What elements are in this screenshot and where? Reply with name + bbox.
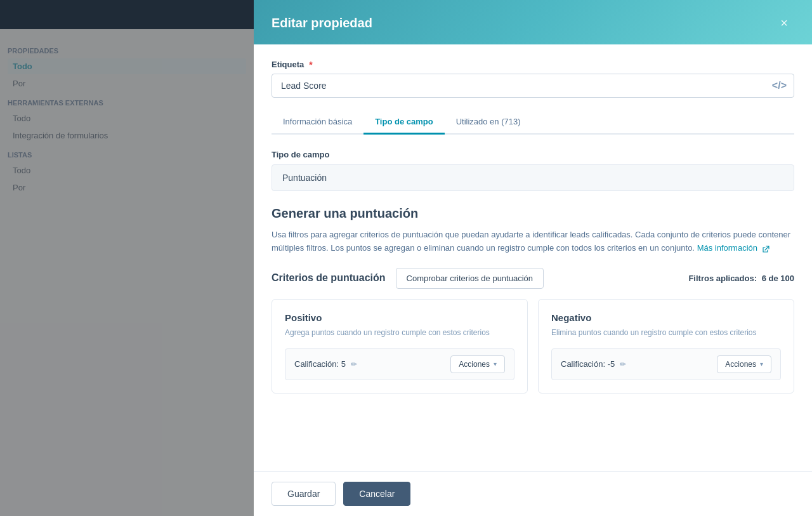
tabs-row: Información básica Tipo de campo Utiliza… <box>272 110 794 135</box>
negative-column: Negativo Elimina puntos cuando un regist… <box>538 299 794 394</box>
label-input-wrapper: </> <box>272 74 794 98</box>
tab-utilizado-en[interactable]: Utilizado en (713) <box>445 110 532 135</box>
criteria-header: Criterios de puntuación Comprobar criter… <box>272 268 794 289</box>
positive-title: Positivo <box>285 312 514 323</box>
check-criteria-button[interactable]: Comprobar criterios de puntuación <box>396 268 544 289</box>
modal-panel: Editar propiedad × Etiqueta * </> Inform… <box>254 0 812 516</box>
negative-edit-pencil-icon[interactable]: ✏ <box>620 360 626 369</box>
tab-informacion-basica[interactable]: Información básica <box>272 110 363 135</box>
negative-description: Elimina puntos cuando un registro cumple… <box>551 327 781 338</box>
positive-calificacion-label: Calificación: 5 ✏ <box>294 359 357 369</box>
positive-column: Positivo Agrega puntos cuando un registr… <box>272 299 528 394</box>
field-type-display: Puntuación <box>272 164 794 191</box>
negative-dropdown-arrow-icon: ▾ <box>760 361 763 367</box>
negative-calificacion-label: Calificación: -5 ✏ <box>561 359 626 369</box>
positive-edit-pencil-icon[interactable]: ✏ <box>351 360 357 369</box>
required-star: * <box>309 60 312 70</box>
modal-title: Editar propiedad <box>272 16 372 30</box>
guardar-button[interactable]: Guardar <box>272 482 336 506</box>
filters-applied: Filtros aplicados: 6 de 100 <box>688 274 794 283</box>
positive-description: Agrega puntos cuando un registro cumple … <box>285 327 514 338</box>
label-input[interactable] <box>272 74 794 98</box>
positive-calificacion-row: Calificación: 5 ✏ Acciones ▾ <box>285 348 514 380</box>
modal-body: Etiqueta * </> Información básica Tipo d… <box>254 44 812 471</box>
etiqueta-label-row: Etiqueta * <box>272 60 794 70</box>
score-columns: Positivo Agrega puntos cuando un registr… <box>272 299 794 394</box>
generate-score-title: Generar una puntuación <box>272 206 794 221</box>
etiqueta-label: Etiqueta <box>272 60 304 69</box>
modal-footer: Guardar Cancelar <box>254 471 812 516</box>
close-button[interactable]: × <box>774 13 794 33</box>
negative-calificacion-row: Calificación: -5 ✏ Acciones ▾ <box>551 348 781 380</box>
tipo-de-campo-label: Tipo de campo <box>272 150 794 159</box>
code-icon-button[interactable]: </> <box>772 80 787 91</box>
generate-score-desc: Usa filtros para agregar criterios de pu… <box>272 228 794 255</box>
positive-dropdown-arrow-icon: ▾ <box>494 361 497 367</box>
negative-acciones-button[interactable]: Acciones ▾ <box>717 355 771 373</box>
mas-informacion-link[interactable]: Más información <box>697 243 757 253</box>
modal-header: Editar propiedad × <box>254 0 812 44</box>
criteria-title: Criterios de puntuación <box>272 272 386 284</box>
modal-backdrop: Editar propiedad × Etiqueta * </> Inform… <box>0 0 812 516</box>
negative-title: Negativo <box>551 312 781 323</box>
tab-tipo-de-campo[interactable]: Tipo de campo <box>363 110 445 135</box>
cancelar-button[interactable]: Cancelar <box>343 482 410 506</box>
external-link-icon <box>762 244 769 252</box>
positive-acciones-button[interactable]: Acciones ▾ <box>450 355 505 373</box>
